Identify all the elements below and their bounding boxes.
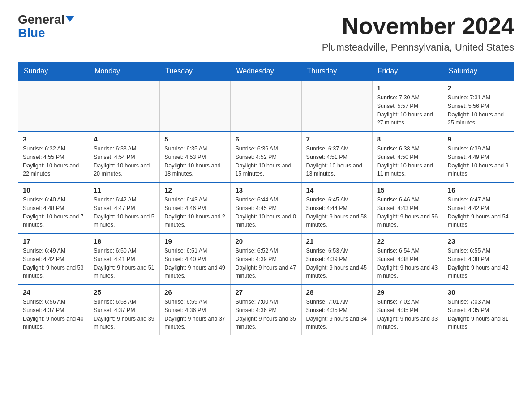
calendar-cell: 20Sunrise: 6:52 AMSunset: 4:39 PMDayligh… xyxy=(231,233,301,284)
calendar-cell: 4Sunrise: 6:33 AMSunset: 4:54 PMDaylight… xyxy=(89,131,160,182)
day-info: Sunrise: 6:42 AMSunset: 4:47 PMDaylight:… xyxy=(94,196,155,229)
day-number: 15 xyxy=(377,186,438,194)
calendar-cell: 17Sunrise: 6:49 AMSunset: 4:42 PMDayligh… xyxy=(18,233,89,284)
day-info: Sunrise: 6:54 AMSunset: 4:38 PMDaylight:… xyxy=(377,247,438,280)
weekday-header-tuesday: Tuesday xyxy=(160,63,231,81)
calendar-cell: 16Sunrise: 6:47 AMSunset: 4:42 PMDayligh… xyxy=(443,182,514,233)
calendar-week-row: 24Sunrise: 6:56 AMSunset: 4:37 PMDayligh… xyxy=(18,284,514,335)
calendar-cell: 30Sunrise: 7:03 AMSunset: 4:35 PMDayligh… xyxy=(443,284,514,335)
day-number: 20 xyxy=(235,237,296,245)
calendar-table: SundayMondayTuesdayWednesdayThursdayFrid… xyxy=(18,62,514,335)
main-title: November 2024 xyxy=(322,13,514,39)
calendar-week-row: 1Sunrise: 7:30 AMSunset: 5:57 PMDaylight… xyxy=(18,80,514,131)
calendar-cell: 12Sunrise: 6:43 AMSunset: 4:46 PMDayligh… xyxy=(160,182,231,233)
day-number: 3 xyxy=(23,135,84,143)
day-info: Sunrise: 6:47 AMSunset: 4:42 PMDaylight:… xyxy=(448,196,509,229)
calendar-cell: 19Sunrise: 6:51 AMSunset: 4:40 PMDayligh… xyxy=(160,233,231,284)
day-number: 19 xyxy=(164,237,226,245)
calendar-week-row: 3Sunrise: 6:32 AMSunset: 4:55 PMDaylight… xyxy=(18,131,514,182)
calendar-cell: 25Sunrise: 6:58 AMSunset: 4:37 PMDayligh… xyxy=(89,284,160,335)
calendar-cell: 5Sunrise: 6:35 AMSunset: 4:53 PMDaylight… xyxy=(160,131,231,182)
calendar-cell: 3Sunrise: 6:32 AMSunset: 4:55 PMDaylight… xyxy=(18,131,89,182)
day-info: Sunrise: 7:31 AMSunset: 5:56 PMDaylight:… xyxy=(448,94,509,127)
title-section: November 2024 Plumsteadville, Pennsylvan… xyxy=(322,13,514,53)
day-info: Sunrise: 6:38 AMSunset: 4:50 PMDaylight:… xyxy=(377,145,438,178)
calendar-cell: 21Sunrise: 6:53 AMSunset: 4:39 PMDayligh… xyxy=(301,233,372,284)
day-info: Sunrise: 7:02 AMSunset: 4:35 PMDaylight:… xyxy=(377,298,438,331)
day-number: 14 xyxy=(306,186,368,194)
day-info: Sunrise: 7:01 AMSunset: 4:35 PMDaylight:… xyxy=(306,298,368,331)
day-info: Sunrise: 6:50 AMSunset: 4:41 PMDaylight:… xyxy=(94,247,155,280)
day-number: 10 xyxy=(23,186,84,194)
subtitle: Plumsteadville, Pennsylvania, United Sta… xyxy=(322,42,514,53)
calendar-cell xyxy=(160,80,231,131)
day-number: 2 xyxy=(448,84,509,92)
calendar-week-row: 10Sunrise: 6:40 AMSunset: 4:48 PMDayligh… xyxy=(18,182,514,233)
day-number: 8 xyxy=(377,135,438,143)
logo-triangle-icon xyxy=(65,16,74,22)
day-info: Sunrise: 6:49 AMSunset: 4:42 PMDaylight:… xyxy=(23,247,84,280)
day-number: 18 xyxy=(94,237,155,245)
day-number: 17 xyxy=(23,237,84,245)
calendar-cell: 22Sunrise: 6:54 AMSunset: 4:38 PMDayligh… xyxy=(372,233,443,284)
calendar-cell: 27Sunrise: 7:00 AMSunset: 4:36 PMDayligh… xyxy=(231,284,301,335)
day-info: Sunrise: 6:37 AMSunset: 4:51 PMDaylight:… xyxy=(306,145,368,178)
weekday-header-wednesday: Wednesday xyxy=(231,63,301,81)
day-info: Sunrise: 6:45 AMSunset: 4:44 PMDaylight:… xyxy=(306,196,368,229)
calendar-cell xyxy=(231,80,301,131)
weekday-header-friday: Friday xyxy=(372,63,443,81)
calendar-cell: 2Sunrise: 7:31 AMSunset: 5:56 PMDaylight… xyxy=(443,80,514,131)
calendar-cell: 10Sunrise: 6:40 AMSunset: 4:48 PMDayligh… xyxy=(18,182,89,233)
day-number: 16 xyxy=(448,186,509,194)
logo: General Blue xyxy=(18,13,74,39)
day-info: Sunrise: 6:43 AMSunset: 4:46 PMDaylight:… xyxy=(164,196,226,229)
day-info: Sunrise: 6:35 AMSunset: 4:53 PMDaylight:… xyxy=(164,145,226,178)
calendar-cell: 24Sunrise: 6:56 AMSunset: 4:37 PMDayligh… xyxy=(18,284,89,335)
day-info: Sunrise: 6:59 AMSunset: 4:36 PMDaylight:… xyxy=(164,298,226,331)
calendar-cell xyxy=(301,80,372,131)
day-number: 23 xyxy=(448,237,509,245)
day-number: 6 xyxy=(235,135,296,143)
calendar-cell: 6Sunrise: 6:36 AMSunset: 4:52 PMDaylight… xyxy=(231,131,301,182)
calendar-cell: 29Sunrise: 7:02 AMSunset: 4:35 PMDayligh… xyxy=(372,284,443,335)
day-info: Sunrise: 6:32 AMSunset: 4:55 PMDaylight:… xyxy=(23,145,84,178)
calendar-cell: 9Sunrise: 6:39 AMSunset: 4:49 PMDaylight… xyxy=(443,131,514,182)
calendar-cell: 14Sunrise: 6:45 AMSunset: 4:44 PMDayligh… xyxy=(301,182,372,233)
day-info: Sunrise: 7:03 AMSunset: 4:35 PMDaylight:… xyxy=(448,298,509,331)
day-info: Sunrise: 6:53 AMSunset: 4:39 PMDaylight:… xyxy=(306,247,368,280)
weekday-header-thursday: Thursday xyxy=(301,63,372,81)
calendar-week-row: 17Sunrise: 6:49 AMSunset: 4:42 PMDayligh… xyxy=(18,233,514,284)
day-info: Sunrise: 6:46 AMSunset: 4:43 PMDaylight:… xyxy=(377,196,438,229)
calendar-cell: 18Sunrise: 6:50 AMSunset: 4:41 PMDayligh… xyxy=(89,233,160,284)
day-info: Sunrise: 6:56 AMSunset: 4:37 PMDaylight:… xyxy=(23,298,84,331)
day-number: 24 xyxy=(23,288,84,296)
day-number: 5 xyxy=(164,135,226,143)
day-number: 25 xyxy=(94,288,155,296)
day-info: Sunrise: 6:40 AMSunset: 4:48 PMDaylight:… xyxy=(23,196,84,229)
weekday-header-saturday: Saturday xyxy=(443,63,514,81)
day-number: 30 xyxy=(448,288,509,296)
calendar-cell: 28Sunrise: 7:01 AMSunset: 4:35 PMDayligh… xyxy=(301,284,372,335)
logo-bottom: Blue xyxy=(18,27,45,39)
day-info: Sunrise: 6:55 AMSunset: 4:38 PMDaylight:… xyxy=(448,247,509,280)
day-info: Sunrise: 6:44 AMSunset: 4:45 PMDaylight:… xyxy=(235,196,296,229)
weekday-header-monday: Monday xyxy=(89,63,160,81)
day-number: 27 xyxy=(235,288,296,296)
calendar-cell: 7Sunrise: 6:37 AMSunset: 4:51 PMDaylight… xyxy=(301,131,372,182)
weekday-header-sunday: Sunday xyxy=(18,63,89,81)
logo-top: General xyxy=(18,13,74,26)
day-number: 12 xyxy=(164,186,226,194)
day-number: 21 xyxy=(306,237,368,245)
page-header: General Blue November 2024 Plumsteadvill… xyxy=(18,13,514,53)
day-info: Sunrise: 6:36 AMSunset: 4:52 PMDaylight:… xyxy=(235,145,296,178)
calendar-cell xyxy=(89,80,160,131)
day-number: 22 xyxy=(377,237,438,245)
calendar-cell: 13Sunrise: 6:44 AMSunset: 4:45 PMDayligh… xyxy=(231,182,301,233)
day-number: 29 xyxy=(377,288,438,296)
weekday-header-row: SundayMondayTuesdayWednesdayThursdayFrid… xyxy=(18,63,514,81)
day-number: 26 xyxy=(164,288,226,296)
day-number: 9 xyxy=(448,135,509,143)
day-number: 4 xyxy=(94,135,155,143)
day-number: 13 xyxy=(235,186,296,194)
calendar-cell: 1Sunrise: 7:30 AMSunset: 5:57 PMDaylight… xyxy=(372,80,443,131)
